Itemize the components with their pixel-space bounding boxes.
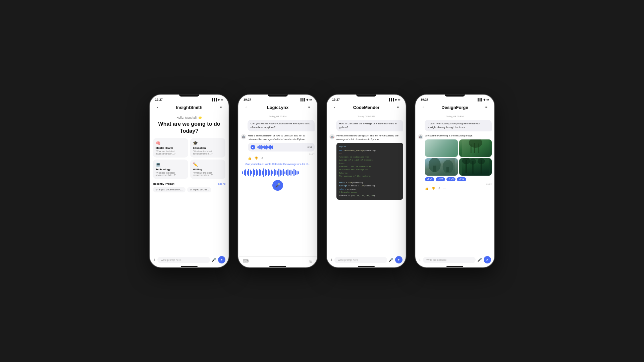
thumbs-down-icon-4[interactable]: 👎 xyxy=(431,187,435,190)
generated-image-1[interactable] xyxy=(425,139,458,157)
ai-message-4: 🤖 Of course! Following is the resulting … xyxy=(418,134,492,191)
add-attachment-button-4[interactable]: + xyxy=(419,257,421,262)
recent-section: Recently Prompt See All ⊙ Impact of Cine… xyxy=(153,182,225,192)
category-writing[interactable]: ✏️ Writing "What are the latest advancem… xyxy=(190,160,225,179)
voice-wave-bar xyxy=(265,169,266,176)
wave-bar xyxy=(259,145,260,149)
battery-icon-1: ▭ xyxy=(221,98,223,101)
recent-chip-0[interactable]: ⊙ Impact of Cinema on C... xyxy=(153,187,185,192)
version-v1[interactable]: ↺ V1 xyxy=(425,177,434,181)
version-chips: ↺ V1 ↺ V2 ↺ V3 ↺ V4 xyxy=(425,177,492,181)
category-grid: 🧠 Mental Health "What are the latest adv… xyxy=(153,138,225,179)
refresh-icon[interactable]: ↺ xyxy=(261,157,263,160)
mic-button-3[interactable]: 🎤 xyxy=(389,258,393,262)
voice-wave-bar xyxy=(263,168,264,177)
svg-rect-4 xyxy=(478,143,479,153)
category-education[interactable]: 🎓 Education "What are the latest advance… xyxy=(190,138,225,158)
code-line-6: Args: xyxy=(339,162,401,165)
home-bar-1 xyxy=(181,266,198,267)
refresh-icon-4[interactable]: ↺ xyxy=(438,187,440,190)
back-button-4[interactable]: ‹ xyxy=(420,104,427,111)
keyboard-icon-button[interactable]: ⌨ xyxy=(243,259,249,263)
mic-button-4[interactable]: 🎤 xyxy=(477,258,482,262)
home-indicator-3 xyxy=(327,265,406,267)
version-v3[interactable]: ↺ V3 xyxy=(446,177,456,181)
voice-wave-bar xyxy=(253,169,254,177)
voice-mic-button[interactable]: 🎤 xyxy=(272,180,283,191)
more-icon[interactable]: ⋯ xyxy=(266,157,269,160)
wave-bar xyxy=(263,146,264,148)
generated-image-3[interactable] xyxy=(425,158,458,176)
code-line-8: calculate the average of. xyxy=(339,168,401,172)
code-line-3: Function to calculate the xyxy=(339,156,401,159)
app-title-4: DesignForge xyxy=(441,105,468,110)
play-button[interactable]: ▶ xyxy=(251,145,255,149)
ai-avatar-4: 🤖 xyxy=(418,134,423,139)
voice-wave-bar xyxy=(260,170,261,176)
menu-button-3[interactable]: ≡ xyxy=(394,104,401,111)
voice-wave-bar xyxy=(275,170,276,175)
recent-label: Recently Prompt xyxy=(153,182,174,185)
svg-point-16 xyxy=(477,158,485,164)
voice-text-highlight: of a list of... xyxy=(297,163,310,166)
prompt-input-1[interactable]: Write prompt here xyxy=(157,257,210,263)
version-v4[interactable]: ↺ V4 xyxy=(457,177,466,181)
ai-text-4: Of course! Following is the resulting im… xyxy=(425,134,492,138)
generated-image-2[interactable] xyxy=(459,139,492,157)
generated-image-4[interactable] xyxy=(459,158,492,176)
back-button-3[interactable]: ‹ xyxy=(331,104,338,111)
recent-header: Recently Prompt See All xyxy=(153,182,225,185)
msg-actions-4: 👍 👎 ↺ ⋯ xyxy=(425,186,492,191)
code-line-11: The average of the numbers. xyxy=(339,175,401,178)
menu-button-4[interactable]: ≡ xyxy=(483,104,490,111)
menu-button-2[interactable]: ≡ xyxy=(306,104,313,111)
recent-chip-1[interactable]: ⊙ Impact of Cine... xyxy=(187,187,211,192)
grid-icon-button[interactable]: ⊞ xyxy=(309,259,313,263)
back-button-2[interactable]: ‹ xyxy=(243,104,250,111)
thumbs-up-icon-4[interactable]: 👍 xyxy=(425,187,429,190)
prompt-input-4[interactable]: Write prompt here xyxy=(423,257,476,263)
voice-wave-bar xyxy=(247,171,248,175)
code-lang-label: Phyton xyxy=(339,145,401,148)
category-name-2: Technology xyxy=(156,168,185,171)
back-button-1[interactable]: ‹ xyxy=(154,104,161,111)
add-attachment-button-3[interactable]: + xyxy=(330,257,333,262)
send-button-1[interactable]: ➤ xyxy=(218,256,225,263)
msg-actions-2: 👍 👎 ↺ ⋯ xyxy=(248,156,315,161)
category-technology[interactable]: 💻 Technology "What are the latest advanc… xyxy=(153,160,188,179)
ai-avatar-3: 🤖 xyxy=(329,134,335,139)
prompt-input-3[interactable]: Write prompt here xyxy=(334,257,387,263)
wifi-icon-1: ◈ xyxy=(218,98,220,101)
voice-wave-bar xyxy=(259,169,260,176)
ai-content-3: Here's the method using sum and len for … xyxy=(336,134,403,201)
thumbs-up-icon[interactable]: 👍 xyxy=(248,157,252,160)
more-icon-4[interactable]: ⋯ xyxy=(443,187,446,190)
category-mental-health[interactable]: 🧠 Mental Health "What are the latest adv… xyxy=(153,138,188,158)
wave-bar xyxy=(272,145,273,149)
main-heading: What are we going to do Today? xyxy=(153,121,225,135)
audio-time: 0.34 xyxy=(307,146,312,148)
voice-wave-bar xyxy=(269,170,270,175)
voice-wave-bar xyxy=(281,170,282,175)
version-v2[interactable]: ↺ V2 xyxy=(436,177,445,181)
voice-wave-bar xyxy=(242,171,243,174)
battery-icon-2: ▭ xyxy=(309,98,312,101)
send-button-3[interactable]: ➤ xyxy=(395,256,402,263)
status-time-1: 19:27 xyxy=(155,98,163,101)
add-attachment-button-1[interactable]: + xyxy=(153,257,156,262)
menu-button-1[interactable]: ≡ xyxy=(217,104,224,111)
category-name-1: Education xyxy=(193,146,223,149)
home-indicator-2 xyxy=(238,265,317,267)
category-desc-3: "What are the latest advancements in...?… xyxy=(193,172,223,176)
wave-bar xyxy=(257,146,258,148)
send-button-4[interactable]: ➤ xyxy=(484,256,491,263)
voice-wave-bar xyxy=(293,169,294,176)
status-time-4: 19:27 xyxy=(421,98,428,101)
app-title-3: CodeMender xyxy=(353,105,380,110)
technology-icon: 💻 xyxy=(156,162,185,167)
wave-bar xyxy=(265,146,266,149)
voice-wave-bar xyxy=(283,169,284,176)
thumbs-down-icon[interactable]: 👎 xyxy=(254,157,258,160)
see-all-button[interactable]: See All xyxy=(218,183,225,185)
mic-button-1[interactable]: 🎤 xyxy=(212,258,216,262)
